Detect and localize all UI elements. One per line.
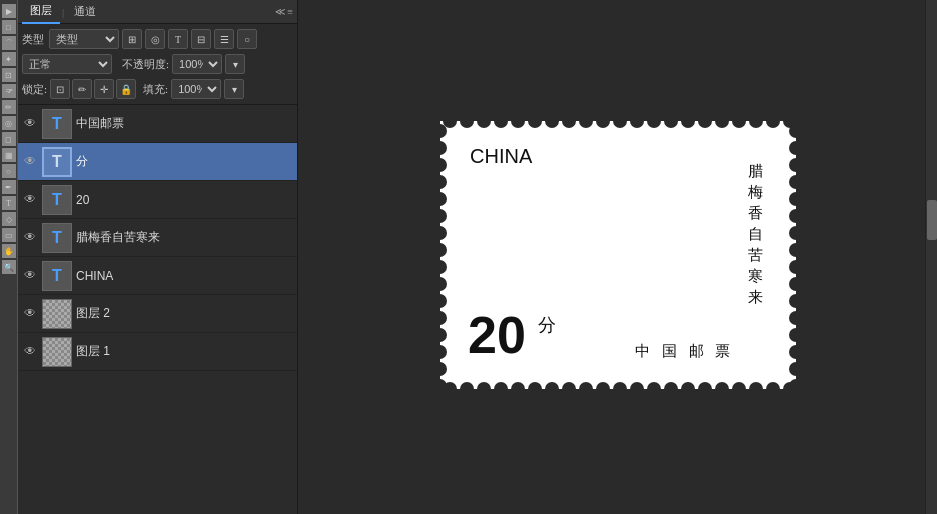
fill-label: 填充: bbox=[143, 82, 168, 97]
layers-list: 👁 T 中国邮票 👁 T 分 👁 T 20 👁 T bbox=[18, 105, 297, 514]
layer-visibility-1[interactable]: 👁 bbox=[22, 116, 38, 132]
opacity-label: 不透明度: bbox=[122, 57, 169, 72]
filter-toggle[interactable]: ○ bbox=[237, 29, 257, 49]
lock-icons: ⊡ ✏ ✛ 🔒 bbox=[50, 79, 136, 99]
layer-visibility-2[interactable]: 👁 bbox=[22, 154, 38, 170]
right-scrollbar[interactable] bbox=[925, 0, 937, 514]
toolbar-icon-brush[interactable]: ✏ bbox=[2, 100, 16, 114]
toolbar-icon-crop[interactable]: ⊡ bbox=[2, 68, 16, 82]
layer-thumb-4: T bbox=[42, 223, 72, 253]
layer-thumb-text-4: T bbox=[52, 229, 62, 247]
layer-thumb-text-1: T bbox=[52, 115, 62, 133]
layer-name-3: 20 bbox=[76, 193, 293, 207]
stamp-poem-line1: 腊 bbox=[748, 163, 763, 179]
stamp-post-text: 中 国 邮 票 bbox=[635, 343, 734, 359]
toolbar-icon-text[interactable]: T bbox=[2, 196, 16, 210]
layer-item-4[interactable]: 👁 T 腊梅香自苦寒来 bbox=[18, 219, 297, 257]
layer-item-7[interactable]: 👁 图层 1 bbox=[18, 333, 297, 371]
filter-icon2[interactable]: ◎ bbox=[145, 29, 165, 49]
layer-thumb-2: T bbox=[42, 147, 72, 177]
toolbar-icon-dodge[interactable]: ○ bbox=[2, 164, 16, 178]
layer-thumb-5: T bbox=[42, 261, 72, 291]
stamp-poem-line5: 苦 bbox=[748, 247, 763, 263]
layer-thumb-1: T bbox=[42, 109, 72, 139]
toolbar-icon-eraser[interactable]: ◻ bbox=[2, 132, 16, 146]
layer-name-6: 图层 2 bbox=[76, 305, 293, 322]
panel-tabs: 图层 | 通道 ≪ ≡ bbox=[18, 0, 297, 24]
layers-panel: 图层 | 通道 ≪ ≡ 类型 类型 ⊞ ◎ T ⊟ ☰ ○ 正常 bbox=[18, 0, 298, 514]
layer-item-3[interactable]: 👁 T 20 bbox=[18, 181, 297, 219]
toolbar-icon-select[interactable]: □ bbox=[2, 20, 16, 34]
layer-item-5[interactable]: 👁 T CHINA bbox=[18, 257, 297, 295]
filter-icon4[interactable]: ⊟ bbox=[191, 29, 211, 49]
layer-name-4: 腊梅香自苦寒来 bbox=[76, 229, 293, 246]
layer-name-2: 分 bbox=[76, 153, 293, 170]
layer-visibility-6[interactable]: 👁 bbox=[22, 306, 38, 322]
panel-header-icons: ≪ ≡ bbox=[275, 6, 293, 17]
layer-thumb-6 bbox=[42, 299, 72, 329]
layer-visibility-5[interactable]: 👁 bbox=[22, 268, 38, 284]
toolbar-icon-shape[interactable]: ▭ bbox=[2, 228, 16, 242]
fill-arrow[interactable]: ▾ bbox=[224, 79, 244, 99]
toolbar-icon-gradient[interactable]: ▦ bbox=[2, 148, 16, 162]
layer-thumb-text-5: T bbox=[52, 267, 62, 285]
layer-name-5: CHINA bbox=[76, 269, 293, 283]
lock-all-btn[interactable]: 🔒 bbox=[116, 79, 136, 99]
toolbar-icon-magic[interactable]: ✦ bbox=[2, 52, 16, 66]
toolbar-icon-lasso[interactable]: ⌒ bbox=[2, 36, 16, 50]
stamp-value-number: 20 bbox=[468, 306, 526, 364]
stamp-poem-line7: 来 bbox=[748, 289, 763, 305]
filter-icon5[interactable]: ☰ bbox=[214, 29, 234, 49]
filter-row: 类型 类型 ⊞ ◎ T ⊟ ☰ ○ bbox=[22, 28, 293, 50]
filter-icon3[interactable]: T bbox=[168, 29, 188, 49]
panel-collapse-icon[interactable]: ≪ bbox=[275, 6, 285, 17]
layer-thumb-text-3: T bbox=[52, 191, 62, 209]
toolbar-icon-stamp[interactable]: ◎ bbox=[2, 116, 16, 130]
layer-visibility-3[interactable]: 👁 bbox=[22, 192, 38, 208]
stamp-china-text: CHINA bbox=[470, 145, 533, 167]
toolbar-icon-pen[interactable]: ✒ bbox=[2, 180, 16, 194]
filter-label: 类型 bbox=[22, 32, 44, 47]
panel-controls: 类型 类型 ⊞ ◎ T ⊟ ☰ ○ 正常 不透明度: 100% ▾ 锁定: bbox=[18, 24, 297, 105]
layer-visibility-4[interactable]: 👁 bbox=[22, 230, 38, 246]
toolbar-icon-path[interactable]: ◇ bbox=[2, 212, 16, 226]
filter-icon1[interactable]: ⊞ bbox=[122, 29, 142, 49]
lock-position-btn[interactable]: ✛ bbox=[94, 79, 114, 99]
filter-select[interactable]: 类型 bbox=[49, 29, 119, 49]
stamp-container: CHINA 腊 梅 香 自 苦 寒 来 20 分 中 国 邮 票 bbox=[440, 121, 796, 393]
stamp-poem-line2: 梅 bbox=[747, 184, 763, 200]
lock-pixels-btn[interactable]: ✏ bbox=[72, 79, 92, 99]
layer-name-7: 图层 1 bbox=[76, 343, 293, 360]
layer-thumb-7 bbox=[42, 337, 72, 367]
blend-row: 正常 不透明度: 100% ▾ bbox=[22, 53, 293, 75]
layer-thumb-3: T bbox=[42, 185, 72, 215]
toolbar-icon-hand[interactable]: ✋ bbox=[2, 244, 16, 258]
toolbar-icon-eyedrop[interactable]: 🖙 bbox=[2, 84, 16, 98]
left-toolbar: ▶ □ ⌒ ✦ ⊡ 🖙 ✏ ◎ ◻ ▦ ○ ✒ T ◇ ▭ ✋ 🔍 bbox=[0, 0, 18, 514]
tab-channels[interactable]: 通道 bbox=[66, 0, 104, 24]
layer-name-1: 中国邮票 bbox=[76, 115, 293, 132]
layer-item-2[interactable]: 👁 T 分 bbox=[18, 143, 297, 181]
layer-thumb-text-2: T bbox=[52, 153, 62, 171]
lock-transparent-btn[interactable]: ⊡ bbox=[50, 79, 70, 99]
stamp-value-fen: 分 bbox=[538, 315, 556, 335]
scroll-thumb[interactable] bbox=[927, 200, 937, 240]
stamp-poem-line4: 自 bbox=[748, 226, 763, 242]
layer-visibility-7[interactable]: 👁 bbox=[22, 344, 38, 360]
layer-item-1[interactable]: 👁 T 中国邮票 bbox=[18, 105, 297, 143]
stamp-svg: CHINA 腊 梅 香 自 苦 寒 来 20 分 中 国 邮 票 bbox=[440, 121, 796, 389]
layer-item-6[interactable]: 👁 图层 2 bbox=[18, 295, 297, 333]
lock-label: 锁定: bbox=[22, 82, 47, 97]
toolbar-icon-move[interactable]: ▶ bbox=[2, 4, 16, 18]
opacity-select[interactable]: 100% bbox=[172, 54, 222, 74]
stamp-poem-line6: 寒 bbox=[748, 268, 763, 284]
toolbar-icon-zoom[interactable]: 🔍 bbox=[2, 260, 16, 274]
tab-layers[interactable]: 图层 bbox=[22, 0, 60, 24]
panel-menu-icon[interactable]: ≡ bbox=[287, 6, 293, 17]
opacity-arrow[interactable]: ▾ bbox=[225, 54, 245, 74]
blend-mode-select[interactable]: 正常 bbox=[22, 54, 112, 74]
canvas-area: CHINA 腊 梅 香 自 苦 寒 来 20 分 中 国 邮 票 bbox=[298, 0, 937, 514]
lock-row: 锁定: ⊡ ✏ ✛ 🔒 填充: 100% ▾ bbox=[22, 78, 293, 100]
fill-select[interactable]: 100% bbox=[171, 79, 221, 99]
stamp-poem-line3: 香 bbox=[748, 205, 763, 221]
